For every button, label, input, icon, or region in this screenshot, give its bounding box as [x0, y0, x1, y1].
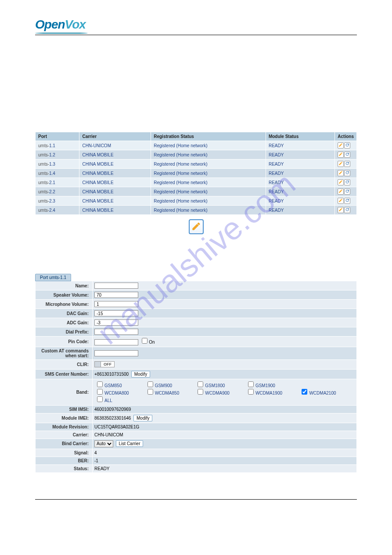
band-wcdma2100-checkbox[interactable]: [302, 389, 307, 395]
edit-action-button[interactable]: [338, 161, 344, 167]
carrier-link[interactable]: CHINA MOBILE: [82, 208, 113, 213]
band-gsm900-link[interactable]: GSM900: [155, 383, 172, 388]
speaker-input[interactable]: [94, 292, 138, 298]
reg-status-link[interactable]: Registered (Home network): [154, 208, 207, 213]
band-wcdma1900-link[interactable]: WCDMA1900: [255, 391, 282, 395]
module-status-link[interactable]: READY: [269, 208, 284, 213]
band-gsm900-checkbox[interactable]: [147, 381, 153, 387]
port-link[interactable]: umts-1.3: [38, 162, 55, 167]
port-link[interactable]: umts-1.1: [38, 143, 55, 148]
footer-divider: [35, 499, 357, 500]
module-status-link[interactable]: READY: [269, 180, 284, 185]
module-status-link[interactable]: READY: [269, 189, 284, 194]
edit-action-button[interactable]: [338, 198, 344, 204]
port-link[interactable]: umts-2.3: [38, 199, 55, 203]
refresh-action-button[interactable]: [344, 161, 350, 167]
status-value: READY: [93, 464, 357, 472]
band-gsm850-link[interactable]: GSM850: [104, 383, 122, 388]
speaker-label: Speaker Volume:: [36, 290, 93, 300]
band-all-link[interactable]: ALL: [104, 398, 112, 403]
refresh-action-button[interactable]: [344, 152, 350, 158]
port-link[interactable]: umts-2.4: [38, 208, 55, 213]
carrier-link[interactable]: CHINA MOBILE: [82, 180, 113, 185]
band-wcdma850-checkbox[interactable]: [147, 389, 153, 395]
module-status-link[interactable]: READY: [269, 171, 284, 176]
pin-on-checkbox[interactable]: [142, 338, 147, 344]
adc-input[interactable]: [94, 319, 138, 326]
at-commands-input[interactable]: [94, 350, 138, 356]
table-row: umts-2.4CHINA MOBILERegistered (Home net…: [36, 206, 357, 215]
band-wcdma1900-checkbox[interactable]: [248, 389, 254, 395]
module-status-link[interactable]: READY: [269, 143, 284, 148]
table-row: umts-1.1CHN-UNICOMRegistered (Home netwo…: [36, 141, 357, 150]
band-gsm1900-checkbox[interactable]: [248, 381, 254, 387]
carrier-link[interactable]: CHN-UNICOM: [82, 143, 111, 148]
refresh-action-button[interactable]: [344, 189, 350, 195]
refresh-action-button[interactable]: [344, 179, 350, 185]
imei-label: Module IMEI:: [36, 413, 93, 423]
refresh-icon: [345, 143, 349, 148]
reg-status-link[interactable]: Registered (Home network): [154, 162, 207, 167]
bind-carrier-select[interactable]: Auto: [94, 440, 113, 447]
refresh-action-button[interactable]: [344, 207, 350, 213]
band-wcdma800-link[interactable]: WCDMA800: [104, 391, 129, 395]
port-link[interactable]: umts-1.4: [38, 171, 55, 176]
table-row: umts-2.2CHINA MOBILERegistered (Home net…: [36, 187, 357, 196]
module-status-link[interactable]: READY: [269, 162, 284, 167]
imei-value: 863835023301646: [94, 416, 131, 421]
band-wcdma2100-link[interactable]: WCDMA2100: [309, 391, 336, 395]
carrier-link[interactable]: CHINA MOBILE: [82, 199, 113, 203]
edit-action-button[interactable]: [338, 189, 344, 195]
reg-status-link[interactable]: Registered (Home network): [154, 180, 207, 185]
carrier-link[interactable]: CHINA MOBILE: [82, 189, 113, 194]
port-link[interactable]: umts-2.1: [38, 180, 55, 185]
refresh-action-button[interactable]: [344, 198, 350, 204]
module-status-link[interactable]: READY: [269, 199, 284, 203]
band-wcdma900-link[interactable]: WCDMA900: [205, 391, 230, 395]
pencil-icon: [338, 143, 343, 148]
edit-port-button[interactable]: [189, 219, 204, 234]
port-link[interactable]: umts-2.2: [38, 189, 55, 194]
edit-action-button[interactable]: [338, 170, 344, 176]
band-all-checkbox[interactable]: [97, 396, 103, 402]
sms-modify-button[interactable]: Modify: [131, 371, 150, 377]
pin-input[interactable]: [94, 339, 138, 345]
reg-status-link[interactable]: Registered (Home network): [154, 199, 207, 203]
refresh-icon: [345, 180, 349, 185]
reg-status-link[interactable]: Registered (Home network): [154, 143, 207, 148]
band-wcdma850-link[interactable]: WCDMA850: [155, 391, 180, 395]
table-row: umts-1.4CHINA MOBILERegistered (Home net…: [36, 169, 357, 178]
reg-status-link[interactable]: Registered (Home network): [154, 171, 207, 176]
band-gsm1800-checkbox[interactable]: [198, 381, 203, 387]
band-gsm850-checkbox[interactable]: [97, 381, 103, 387]
edit-action-button[interactable]: [338, 142, 344, 149]
pencil-icon: [191, 221, 201, 232]
carrier-link[interactable]: CHINA MOBILE: [82, 152, 113, 157]
reg-status-link[interactable]: Registered (Home network): [154, 189, 207, 194]
port-link[interactable]: umts-1.2: [38, 152, 55, 157]
carrier-link[interactable]: CHINA MOBILE: [82, 162, 113, 167]
band-gsm1900-link[interactable]: GSM1900: [255, 383, 275, 388]
mic-input[interactable]: [94, 301, 138, 307]
refresh-action-button[interactable]: [344, 170, 350, 176]
clir-toggle[interactable]: OFF: [94, 361, 115, 367]
refresh-action-button[interactable]: [344, 142, 350, 149]
band-gsm1800-link[interactable]: GSM1800: [205, 383, 225, 388]
imei-modify-button[interactable]: Modify: [133, 415, 152, 421]
dial-prefix-input[interactable]: [94, 329, 138, 335]
carrier-link[interactable]: CHINA MOBILE: [82, 171, 113, 176]
reg-status-link[interactable]: Registered (Home network): [154, 152, 207, 157]
at-label: Custom AT commands when start:: [36, 347, 93, 359]
list-carrier-button[interactable]: List Carrier: [116, 440, 144, 447]
dac-input[interactable]: [94, 310, 138, 316]
band-wcdma800-checkbox[interactable]: [97, 389, 103, 395]
th-port: Port: [36, 132, 79, 141]
edit-action-button[interactable]: [338, 179, 344, 185]
name-input[interactable]: [94, 283, 138, 289]
pencil-icon: [338, 152, 343, 157]
edit-action-button[interactable]: [338, 207, 344, 213]
pencil-icon: [338, 198, 343, 203]
band-wcdma900-checkbox[interactable]: [198, 389, 203, 395]
edit-action-button[interactable]: [338, 152, 344, 158]
module-status-link[interactable]: READY: [269, 152, 284, 157]
